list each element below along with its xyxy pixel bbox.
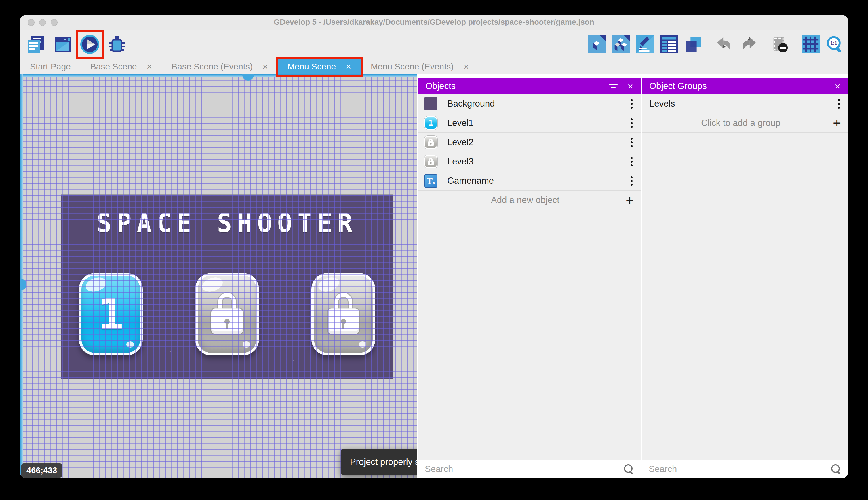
close-tab-icon[interactable]: × <box>345 62 351 71</box>
add-object-row[interactable]: Add a new object + <box>418 191 641 210</box>
object-groups-panel-header: Object Groups × <box>642 78 848 94</box>
content-area: SPACE SHOOTER 1 <box>20 74 848 478</box>
lock-icon <box>211 293 243 334</box>
close-tab-icon[interactable]: × <box>464 62 469 71</box>
lock-icon <box>328 293 359 334</box>
objects-list: Background 1 Level1 Level2 <box>418 94 641 460</box>
tab-label: Base Scene (Events) <box>172 61 253 71</box>
close-panel-icon[interactable]: × <box>835 81 840 91</box>
tab-menu-scene-events[interactable]: Menu Scene (Events) × <box>361 59 479 74</box>
level-buttons-row: 1 <box>79 273 375 355</box>
object-name: Level2 <box>447 137 629 147</box>
add-group-row[interactable]: Click to add a group + <box>642 113 848 133</box>
titlebar: GDevelop 5 - /Users/dkarakay/Documents/G… <box>20 15 848 30</box>
toolbar-right-group: 1:1 <box>588 35 844 54</box>
level1-button-object[interactable]: 1 <box>79 273 143 355</box>
close-panel-icon[interactable]: × <box>627 81 633 91</box>
game-scene-background[interactable]: SPACE SHOOTER 1 <box>61 195 393 379</box>
close-tab-icon[interactable]: × <box>147 62 152 71</box>
edit-object-groups-icon[interactable] <box>612 35 630 53</box>
object-menu-icon[interactable] <box>629 136 634 149</box>
object-menu-icon[interactable] <box>629 117 634 129</box>
debug-icon[interactable] <box>106 34 127 55</box>
object-row-level1[interactable]: 1 Level1 <box>418 113 641 133</box>
toolbar: 1:1 <box>20 30 848 59</box>
tab-label: Start Page <box>30 61 71 71</box>
object-menu-icon[interactable] <box>629 155 634 168</box>
tab-start-page[interactable]: Start Page <box>20 59 81 74</box>
object-groups-list: Levels Click to add a group + <box>642 94 848 460</box>
game-title-text[interactable]: SPACE SHOOTER <box>61 208 393 238</box>
tab-base-scene-events[interactable]: Base Scene (Events) × <box>162 59 278 74</box>
object-groups-search-bar <box>642 460 848 478</box>
toolbar-separator <box>764 35 764 54</box>
tab-menu-scene[interactable]: Menu Scene × <box>278 59 361 74</box>
cursor-coordinates-badge: 466;433 <box>21 463 62 478</box>
object-groups-search-input[interactable] <box>649 464 831 474</box>
zoom-one-to-one-icon[interactable]: 1:1 <box>826 35 844 53</box>
canvas-horizontal-scrollbar[interactable] <box>20 74 417 77</box>
toggle-mask-icon[interactable] <box>771 35 788 53</box>
toolbar-separator <box>708 35 709 54</box>
level3-locked-button-object[interactable] <box>312 273 375 355</box>
object-row-level2[interactable]: Level2 <box>418 133 641 152</box>
tab-label: Menu Scene <box>288 61 336 71</box>
objects-search-bar <box>418 460 641 478</box>
search-icon[interactable] <box>831 464 841 474</box>
vertical-scroll-handle[interactable] <box>20 279 26 290</box>
search-icon[interactable] <box>624 464 634 474</box>
object-name: Level1 <box>447 118 629 128</box>
add-group-label: Click to add a group <box>649 118 833 128</box>
filter-icon[interactable] <box>609 84 618 88</box>
scene-editor-canvas[interactable]: SPACE SHOOTER 1 <box>20 74 417 478</box>
object-thumbnail-level1: 1 <box>424 116 437 129</box>
object-name: Gamename <box>447 176 629 186</box>
group-menu-icon[interactable] <box>836 97 842 110</box>
close-tab-icon[interactable]: × <box>262 62 268 71</box>
object-name: Level3 <box>447 156 629 167</box>
layers-icon[interactable] <box>684 35 702 53</box>
toolbar-left-group <box>25 34 127 55</box>
preview-window-icon[interactable] <box>52 34 73 55</box>
objects-panel-header: Objects × <box>418 78 641 94</box>
add-group-plus-icon[interactable]: + <box>833 116 841 130</box>
object-thumbnail-background <box>424 97 437 110</box>
tab-bar: Start Page Base Scene × Base Scene (Even… <box>20 59 848 74</box>
group-name: Levels <box>649 99 836 109</box>
tab-label: Base Scene <box>90 61 137 71</box>
object-menu-icon[interactable] <box>629 97 634 110</box>
save-toast: Project properly saved <box>341 449 417 475</box>
play-preview-button[interactable] <box>80 34 100 55</box>
group-row-levels[interactable]: Levels <box>642 94 848 113</box>
canvas-vertical-scrollbar[interactable] <box>20 74 23 478</box>
object-thumbnail-level3 <box>424 155 437 168</box>
window-title: GDevelop 5 - /Users/dkarakay/Documents/G… <box>20 18 848 27</box>
object-groups-panel-title: Object Groups <box>649 81 825 91</box>
toggle-grid-icon[interactable] <box>802 35 820 53</box>
app-window: GDevelop 5 - /Users/dkarakay/Documents/G… <box>20 15 848 478</box>
add-object-label: Add a new object <box>425 195 626 205</box>
edit-object-icon[interactable] <box>588 35 606 53</box>
objects-panel-title: Objects <box>425 81 599 91</box>
level1-digit: 1 <box>81 276 140 353</box>
level2-locked-button-object[interactable] <box>195 273 259 355</box>
tab-base-scene[interactable]: Base Scene × <box>81 59 162 74</box>
object-thumbnail-level2 <box>424 136 437 149</box>
object-menu-icon[interactable] <box>629 174 634 188</box>
edit-properties-icon[interactable] <box>636 35 654 53</box>
object-row-background[interactable]: Background <box>418 94 641 113</box>
instances-list-icon[interactable] <box>660 35 678 53</box>
object-row-gamename[interactable]: Tx Gamename <box>418 171 641 191</box>
project-manager-icon[interactable] <box>25 34 46 55</box>
object-name: Background <box>447 99 629 109</box>
tab-label: Menu Scene (Events) <box>371 61 454 71</box>
add-object-plus-icon[interactable]: + <box>626 193 634 207</box>
horizontal-scroll-handle[interactable] <box>242 74 254 81</box>
redo-icon[interactable] <box>740 35 758 53</box>
object-row-level3[interactable]: Level3 <box>418 152 641 171</box>
undo-icon[interactable] <box>715 35 733 53</box>
objects-panel: Objects × Background 1 Level1 <box>418 74 641 478</box>
object-thumbnail-gamename: Tx <box>424 174 437 188</box>
objects-search-input[interactable] <box>425 464 624 474</box>
object-groups-panel: Object Groups × Levels Click to add a gr… <box>642 74 848 478</box>
